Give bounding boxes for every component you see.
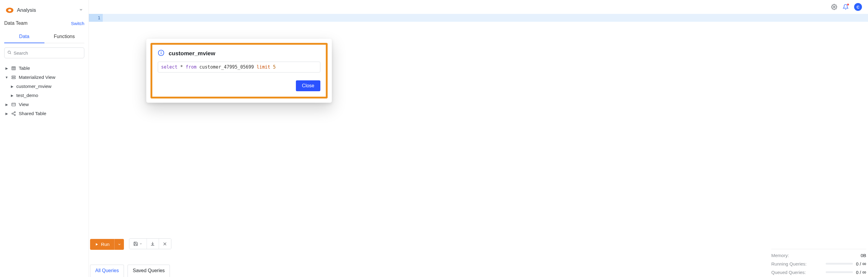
team-label: Data Team: [4, 21, 28, 26]
run-dropdown-button[interactable]: [114, 239, 124, 250]
info-modal: customer_mview select * from customer_47…: [146, 39, 332, 103]
close-button[interactable]: Close: [296, 80, 320, 91]
status-queued-label: Queued Queries:: [771, 270, 806, 275]
status-queued-value: 0 /: [856, 270, 862, 275]
svg-line-3: [10, 53, 11, 54]
status-panel: Memory: 0B Running Queries: 0 / ∞ Queued…: [771, 249, 866, 276]
sql-keyword: from: [186, 64, 196, 70]
svg-point-20: [161, 51, 161, 52]
chevron-down-icon: [79, 7, 83, 13]
chevron-right-icon: ▶: [5, 66, 8, 70]
below-editor: customer_mview select * from customer_47…: [89, 22, 868, 277]
info-icon: [158, 50, 164, 57]
sql-keyword: limit: [256, 64, 270, 70]
sql-identifier: customer_47995_05699: [199, 64, 254, 70]
run-button[interactable]: Run: [90, 239, 114, 250]
sql-number: 5: [273, 64, 276, 70]
info-modal-highlight: customer_mview select * from customer_47…: [151, 43, 328, 98]
svg-rect-4: [12, 67, 16, 70]
status-running-value: 0 /: [856, 261, 862, 267]
download-button[interactable]: [147, 239, 159, 249]
section-selector[interactable]: Analysis: [4, 4, 84, 19]
gear-icon: [831, 4, 837, 10]
switch-team-link[interactable]: Switch: [71, 21, 84, 26]
chevron-down-icon: ▼: [5, 75, 8, 79]
sql-preview: select * from customer_47995_05699 limit…: [158, 62, 320, 72]
tree-item-customer-mview[interactable]: ▶ customer_mview: [10, 82, 84, 91]
tree-item-materialized-view[interactable]: ▼ Materialized View: [4, 73, 84, 82]
tree-label: customer_mview: [16, 84, 51, 89]
sql-token: *: [180, 64, 183, 70]
notifications-button[interactable]: [843, 4, 849, 10]
status-memory-label: Memory:: [771, 253, 789, 258]
editor-action-group: [129, 238, 172, 249]
editor-line-content[interactable]: [103, 14, 868, 22]
avatar[interactable]: C: [854, 3, 862, 11]
play-icon: [95, 243, 98, 246]
download-icon: [150, 241, 155, 246]
tab-functions[interactable]: Functions: [44, 31, 85, 43]
tree-item-test-demo[interactable]: ▶ test_demo: [10, 91, 84, 100]
tree-label: Materialized View: [19, 74, 55, 80]
tab-saved-queries[interactable]: Saved Queries: [128, 265, 170, 277]
team-row: Data Team Switch: [4, 19, 84, 29]
sql-keyword: select: [161, 64, 178, 70]
clear-button[interactable]: [159, 239, 171, 249]
infinity-icon: ∞: [862, 261, 866, 267]
tree-label: Table: [19, 66, 30, 71]
svg-rect-8: [12, 76, 16, 77]
search-icon: [7, 51, 11, 56]
svg-point-1: [8, 9, 11, 11]
catalog-tree: ▶ Table ▼ Materialized View ▶ customer_m…: [4, 64, 84, 118]
progress-bar-icon: [826, 263, 853, 265]
search-input[interactable]: [4, 48, 84, 58]
chevron-down-icon: [139, 242, 142, 245]
svg-point-14: [14, 115, 16, 116]
svg-marker-21: [96, 243, 98, 246]
tree-label: View: [19, 102, 29, 107]
save-icon: [133, 241, 138, 246]
tree-label: test_demo: [16, 93, 38, 98]
chevron-right-icon: ▶: [10, 94, 14, 98]
save-query-button[interactable]: [129, 239, 147, 249]
svg-point-2: [8, 51, 10, 54]
progress-bar-icon: [826, 271, 853, 273]
svg-rect-9: [12, 78, 16, 79]
mview-icon: [11, 75, 16, 80]
main: C 1 customer_mview select *: [89, 0, 868, 277]
tree-item-table[interactable]: ▶ Table: [4, 64, 84, 73]
status-memory-value: 0B: [861, 253, 866, 258]
notification-dot-icon: [847, 4, 849, 5]
table-icon: [11, 66, 16, 71]
tree-item-shared-table[interactable]: ▶ Shared Table: [4, 109, 84, 118]
tree-item-view[interactable]: ▶ View: [4, 100, 84, 109]
chevron-right-icon: ▶: [5, 112, 8, 116]
chevron-right-icon: ▶: [5, 103, 8, 106]
status-running-label: Running Queries:: [771, 261, 807, 267]
modal-title: customer_mview: [168, 50, 215, 57]
run-toolbar: Run: [90, 239, 124, 250]
svg-point-17: [834, 6, 835, 8]
chevron-right-icon: ▶: [10, 85, 14, 89]
svg-rect-10: [12, 103, 16, 106]
settings-button[interactable]: [831, 4, 837, 10]
sql-editor[interactable]: 1: [89, 14, 868, 22]
tab-all-queries[interactable]: All Queries: [90, 265, 124, 277]
chevron-down-icon: [118, 243, 121, 246]
query-tabs: All Queries Saved Queries: [90, 265, 170, 277]
topbar: C: [89, 0, 868, 14]
run-label: Run: [101, 242, 110, 247]
sidebar: Analysis Data Team Switch Data Functions…: [0, 0, 89, 277]
tab-data[interactable]: Data: [4, 31, 44, 43]
app-logo-icon: [5, 6, 14, 14]
section-title: Analysis: [17, 7, 76, 13]
tree-label: Shared Table: [19, 111, 46, 116]
svg-point-13: [12, 113, 13, 114]
share-icon: [11, 111, 16, 116]
infinity-icon: ∞: [862, 269, 866, 275]
sidebar-tabs: Data Functions: [4, 31, 84, 43]
close-icon: [163, 242, 167, 246]
line-number: 1: [89, 14, 103, 22]
svg-line-15: [13, 112, 14, 113]
search-wrap: [4, 48, 84, 58]
